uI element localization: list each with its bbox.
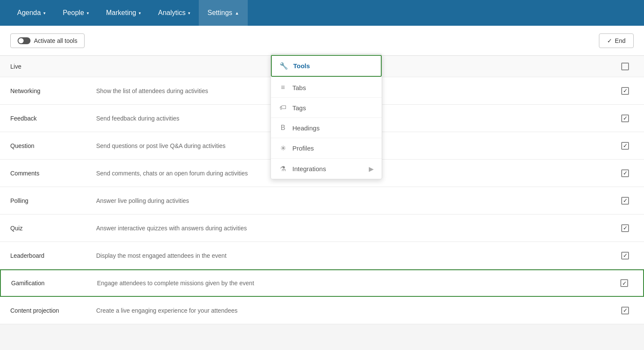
toggle-icon [18,37,30,44]
nav-item-analytics[interactable]: Analytics▾ [149,0,199,26]
dropdown-item-profiles[interactable]: ✳Profiles [271,138,382,159]
row-desc-polling: Answer live polling during activities [96,197,617,204]
table-row-polling: Polling Answer live polling during activ… [0,187,644,214]
row-name-question: Question [10,142,96,149]
checkbox-networking[interactable] [621,87,629,95]
nav-item-people[interactable]: People▾ [54,0,97,26]
end-label: End [615,37,626,44]
dropdown-label-integrations: Integrations [292,165,326,172]
profiles-icon: ✳ [279,144,287,152]
table-row-content-projection: Content projection Create a live engagin… [0,297,644,324]
nav-chevron-people: ▾ [87,11,89,15]
row-desc-quiz: Answer interactive quizzes with answers … [96,225,617,232]
toolbar: Activate all tools 🔧Tools≡Tabs🏷TagsBHead… [0,26,644,56]
dropdown-item-tags[interactable]: 🏷Tags [271,98,382,118]
row-desc-gamification: Engage attendees to complete missions gi… [97,280,616,287]
row-name-polling: Polling [10,197,96,204]
dropdown-label-headings: Headings [292,124,319,132]
settings-dropdown-menu: 🔧Tools≡Tabs🏷TagsBHeadings✳Profiles⚗Integ… [270,54,382,179]
checkbox-live[interactable] [621,63,629,70]
dropdown-label-tags: Tags [292,104,306,112]
nav-item-settings[interactable]: Settings▲ [199,0,248,26]
dropdown-label-profiles: Profiles [292,145,314,152]
checkbox-feedback[interactable] [621,115,629,122]
dropdown-label-tabs: Tabs [292,84,306,91]
nav-chevron-marketing: ▾ [139,11,141,15]
table-row-gamification: Gamification Engage attendees to complet… [0,269,644,297]
dropdown-item-tools[interactable]: 🔧Tools [271,55,382,77]
integrations-icon: ⚗ [279,165,287,173]
checkbox-polling[interactable] [621,197,629,205]
dropdown-label-tools: Tools [293,62,310,69]
tools-icon: 🔧 [279,62,288,70]
activate-all-tools-button[interactable]: Activate all tools [10,33,85,48]
end-button[interactable]: ✓ End [599,33,634,48]
submenu-arrow-icon: ▶ [369,165,374,173]
row-name-gamification: Gamification [11,280,97,287]
row-name-networking: Networking [10,88,96,94]
headings-icon: B [279,124,287,132]
checkmark-icon: ✓ [607,37,612,44]
table-row-leaderboard: Leaderboard Display the most engaged att… [0,242,644,269]
nav-item-agenda[interactable]: Agenda▾ [9,0,54,26]
checkbox-comments[interactable] [621,169,629,177]
nav-chevron-settings: ▲ [235,11,239,15]
checkbox-quiz[interactable] [621,224,629,232]
nav-label-marketing: Marketing [106,9,136,17]
row-name-comments: Comments [10,170,96,177]
table-row-quiz: Quiz Answer interactive quizzes with ans… [0,214,644,242]
activate-all-tools-label: Activate all tools [34,37,77,44]
nav-chevron-agenda: ▾ [43,11,46,15]
nav-label-settings: Settings [207,9,232,17]
row-name-feedback: Feedback [10,115,96,122]
row-desc-leaderboard: Display the most engaged attendees in th… [96,252,617,259]
checkbox-gamification[interactable] [620,279,628,287]
dropdown-item-headings[interactable]: BHeadings [271,118,382,138]
checkbox-leaderboard[interactable] [621,252,629,259]
top-navigation: Agenda▾People▾Marketing▾Analytics▾Settin… [0,0,644,26]
row-name-quiz: Quiz [10,225,96,232]
nav-label-agenda: Agenda [17,9,41,17]
row-name-content-projection: Content projection [10,307,96,314]
nav-item-marketing[interactable]: Marketing▾ [97,0,149,26]
tabs-icon: ≡ [279,84,287,91]
row-desc-content-projection: Create a live engaging experience for yo… [96,307,617,314]
checkbox-content-projection[interactable] [621,307,629,314]
nav-chevron-analytics: ▾ [188,11,190,15]
dropdown-item-integrations[interactable]: ⚗Integrations▶ [271,159,382,179]
tags-icon: 🏷 [279,104,287,112]
row-name-leaderboard: Leaderboard [10,252,96,259]
nav-label-people: People [63,9,84,17]
row-name-live: Live [10,63,96,70]
dropdown-item-tabs[interactable]: ≡Tabs [271,78,382,98]
checkbox-question[interactable] [621,142,629,150]
nav-label-analytics: Analytics [158,9,185,17]
